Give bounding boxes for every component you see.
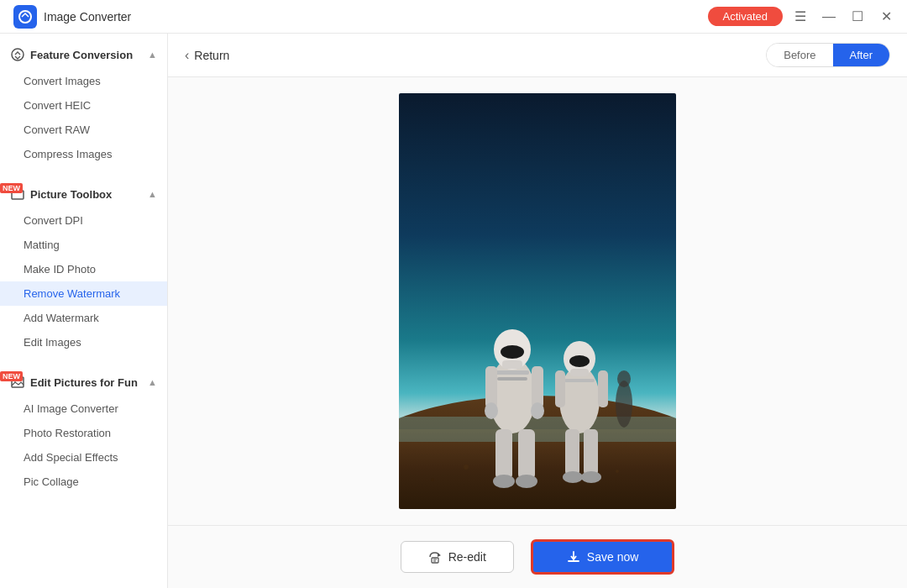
svg-point-22	[493, 475, 515, 488]
sidebar-item-compress-images[interactable]: Compress Images	[0, 142, 167, 166]
app-title: Image Converter	[44, 10, 131, 24]
sidebar-item-photo-restoration[interactable]: Photo Restoration	[0, 421, 167, 445]
preview-image	[399, 93, 676, 509]
title-bar-right: Activated ☰ — ☐ ✕	[708, 7, 894, 26]
svg-point-37	[464, 465, 469, 470]
svg-point-34	[581, 471, 601, 483]
svg-rect-0	[13, 5, 37, 29]
save-icon	[567, 550, 580, 564]
minimize-button[interactable]: —	[821, 9, 836, 24]
svg-point-35	[616, 381, 632, 428]
feature-conversion-arrow: ▲	[148, 50, 157, 60]
title-bar-left: Image Converter	[13, 5, 131, 29]
svg-rect-41	[432, 558, 438, 563]
sidebar-section-header-feature-conversion[interactable]: Feature Conversion ▲	[0, 40, 167, 69]
svg-point-26	[569, 355, 590, 367]
edit-pictures-fun-label: Edit Pictures for Fun	[30, 376, 138, 389]
sidebar: Feature Conversion ▲ Convert Images Conv…	[0, 34, 168, 588]
return-label: Return	[194, 49, 229, 62]
sidebar-item-convert-raw[interactable]: Convert RAW	[0, 118, 167, 142]
edit-pictures-fun-arrow: ▲	[148, 377, 157, 387]
save-now-label: Save now	[587, 550, 638, 564]
new-badge-toolbox: NEW	[0, 183, 23, 193]
re-edit-icon	[428, 550, 442, 564]
picture-toolbox-label: Picture Toolbox	[30, 188, 112, 201]
sidebar-item-add-special-effects[interactable]: Add Special Effects	[0, 445, 167, 470]
sidebar-item-ai-image-converter[interactable]: AI Image Converter	[0, 396, 167, 421]
sidebar-section-picture-toolbox: NEW Picture Toolbox ▲ Convert DPI Mattin…	[0, 173, 167, 361]
sidebar-item-matting[interactable]: Matting	[0, 233, 167, 257]
re-edit-button[interactable]: Re-edit	[401, 541, 514, 573]
svg-rect-14	[495, 370, 529, 375]
svg-rect-27	[570, 369, 589, 376]
picture-toolbox-arrow: ▲	[148, 189, 157, 199]
svg-point-18	[485, 402, 498, 419]
feature-conversion-label: Feature Conversion	[30, 49, 133, 61]
new-badge-fun: NEW	[0, 371, 23, 381]
before-after-toggle: Before After	[766, 43, 890, 67]
svg-rect-9	[399, 417, 676, 442]
maximize-button[interactable]: ☐	[850, 9, 865, 24]
svg-rect-15	[497, 377, 527, 381]
menu-button[interactable]: ☰	[793, 9, 808, 24]
action-bar: Re-edit Save now	[168, 525, 907, 588]
conversion-icon	[10, 47, 25, 62]
after-toggle-button[interactable]: After	[833, 44, 889, 66]
svg-rect-30	[598, 370, 608, 407]
content-header: ‹ Return Before After	[168, 34, 907, 77]
sidebar-section-feature-conversion: Feature Conversion ▲ Convert Images Conv…	[0, 34, 167, 173]
return-arrow-icon: ‹	[185, 48, 189, 63]
svg-point-38	[616, 470, 619, 473]
re-edit-label: Re-edit	[448, 550, 486, 564]
svg-point-36	[617, 370, 631, 387]
svg-rect-16	[485, 366, 497, 408]
sidebar-section-header-edit-pictures-fun[interactable]: NEW Edit Pictures for Fun ▲	[0, 368, 167, 396]
close-button[interactable]: ✕	[878, 9, 894, 24]
svg-rect-20	[495, 429, 512, 480]
return-button[interactable]: ‹ Return	[185, 48, 229, 63]
svg-rect-13	[502, 360, 522, 369]
sidebar-item-convert-heic[interactable]: Convert HEIC	[0, 93, 167, 118]
svg-rect-31	[565, 429, 579, 475]
content-area: ‹ Return Before After	[168, 34, 907, 588]
svg-point-39	[431, 478, 434, 481]
before-toggle-button[interactable]: Before	[767, 44, 832, 66]
svg-rect-28	[564, 379, 595, 382]
svg-point-23	[516, 475, 537, 488]
sidebar-item-remove-watermark[interactable]: Remove Watermark	[0, 281, 167, 306]
window-controls: ☰ — ☐ ✕	[793, 9, 894, 24]
svg-point-12	[501, 345, 524, 359]
svg-rect-29	[555, 370, 565, 407]
svg-rect-17	[532, 366, 543, 408]
svg-point-33	[563, 471, 583, 483]
app-logo-icon	[13, 5, 37, 29]
sidebar-section-edit-pictures-fun: NEW Edit Pictures for Fun ▲ AI Image Con…	[0, 361, 167, 501]
sidebar-item-convert-dpi[interactable]: Convert DPI	[0, 208, 167, 233]
svg-point-19	[531, 402, 544, 419]
svg-rect-32	[584, 429, 598, 475]
sidebar-item-pic-collage[interactable]: Pic Collage	[0, 470, 167, 494]
svg-rect-21	[518, 429, 535, 480]
title-bar: Image Converter Activated ☰ — ☐ ✕	[0, 0, 907, 34]
sidebar-item-edit-images[interactable]: Edit Images	[0, 330, 167, 354]
main-layout: Feature Conversion ▲ Convert Images Conv…	[0, 34, 907, 588]
activated-badge: Activated	[708, 7, 783, 26]
sidebar-item-convert-images[interactable]: Convert Images	[0, 69, 167, 93]
preview-image-svg	[399, 93, 676, 509]
save-now-button[interactable]: Save now	[531, 539, 674, 575]
sidebar-section-header-picture-toolbox[interactable]: NEW Picture Toolbox ▲	[0, 180, 167, 208]
image-area	[168, 77, 907, 525]
sidebar-item-make-id-photo[interactable]: Make ID Photo	[0, 257, 167, 281]
sidebar-item-add-watermark[interactable]: Add Watermark	[0, 306, 167, 330]
